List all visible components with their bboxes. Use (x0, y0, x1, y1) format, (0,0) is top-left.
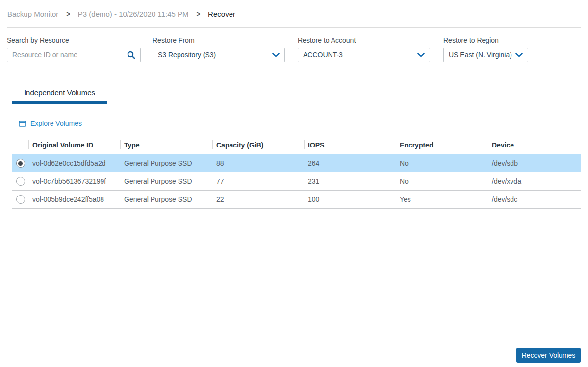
cell-iops: 264 (304, 159, 396, 167)
volumes-table: Original Volume ID Type Capacity (GiB) I… (12, 136, 581, 209)
chevron-down-icon (417, 53, 425, 57)
cell-capacity: 22 (212, 196, 304, 203)
search-icon[interactable] (127, 51, 135, 59)
cell-encrypted: No (396, 177, 488, 185)
recover-page: Backup Monitor > P3 (demo) - 10/26/2020 … (0, 0, 588, 367)
column-header-original-volume-id: Original Volume ID (28, 136, 120, 154)
search-input[interactable] (7, 48, 140, 62)
cell-device: /dev/sdb (488, 159, 581, 167)
restore-to-region-label: Restore to Region (443, 36, 528, 44)
restore-to-account-label: Restore to Account (298, 36, 430, 44)
column-header-encrypted: Encrypted (396, 136, 488, 154)
row-radio-selected[interactable] (16, 159, 25, 168)
breadcrumb-backup-snapshot[interactable]: P3 (demo) - 10/26/2020 11:45 PM (78, 10, 189, 18)
cell-iops: 231 (304, 177, 396, 185)
restore-to-region-dropdown[interactable]: US East (N. Virginia) (443, 48, 528, 62)
restore-from-value: S3 Repository (S3) (153, 51, 232, 59)
tab-independent-volumes[interactable]: Independent Volumes (12, 87, 107, 104)
cell-volume-id: vol-0d62e0cc15dfd5a2d (28, 159, 120, 167)
restore-to-account-dropdown[interactable]: ACCOUNT-3 (298, 48, 430, 62)
recover-volumes-button[interactable]: Recover Volumes (516, 348, 581, 363)
restore-from-filter: Restore From S3 Repository (S3) (153, 36, 285, 62)
footer-divider (11, 335, 581, 335)
explore-volumes-link[interactable]: Explore Volumes (19, 120, 82, 127)
cell-encrypted: Yes (396, 196, 488, 203)
cell-volume-id: vol-0c7bb56136732199f (28, 177, 120, 185)
cell-type: General Purpose SSD (120, 177, 212, 185)
cell-capacity: 88 (212, 159, 304, 167)
restore-to-account-value: ACCOUNT-3 (298, 51, 359, 59)
table-row[interactable]: vol-005b9dce242ff5a08 General Purpose SS… (12, 191, 581, 209)
table-row[interactable]: vol-0d62e0cc15dfd5a2d General Purpose SS… (12, 154, 581, 172)
breadcrumb-separator-icon: > (66, 9, 70, 19)
row-radio[interactable] (16, 195, 25, 204)
breadcrumb-separator-icon: > (197, 9, 201, 19)
restore-to-region-filter: Restore to Region US East (N. Virginia) (443, 36, 528, 62)
search-by-resource-label: Search by Resource (7, 36, 141, 44)
tab-bar: Independent Volumes (12, 87, 107, 104)
cell-capacity: 77 (212, 177, 304, 185)
cell-type: General Purpose SSD (120, 159, 212, 167)
column-header-device: Device (488, 136, 581, 154)
restore-to-account-filter: Restore to Account ACCOUNT-3 (298, 36, 430, 62)
search-by-resource-filter: Search by Resource (7, 36, 141, 62)
explore-window-icon (19, 121, 26, 127)
chevron-down-icon (272, 53, 280, 57)
chevron-down-icon (515, 53, 523, 57)
header-radio-spacer (12, 136, 28, 154)
restore-from-dropdown[interactable]: S3 Repository (S3) (153, 48, 285, 62)
column-header-iops: IOPS (304, 136, 396, 154)
table-header-row: Original Volume ID Type Capacity (GiB) I… (12, 136, 581, 154)
breadcrumb-backup-monitor[interactable]: Backup Monitor (7, 10, 58, 18)
breadcrumb-recover: Recover (208, 10, 235, 18)
column-header-type: Type (120, 136, 212, 154)
table-body: vol-0d62e0cc15dfd5a2d General Purpose SS… (12, 154, 581, 209)
breadcrumb: Backup Monitor > P3 (demo) - 10/26/2020 … (7, 0, 581, 28)
filters-bar: Search by Resource Restore From S3 Repos… (0, 28, 588, 72)
table-row[interactable]: vol-0c7bb56136732199f General Purpose SS… (12, 172, 581, 191)
row-radio[interactable] (16, 177, 25, 186)
cell-type: General Purpose SSD (120, 196, 212, 203)
cell-encrypted: No (396, 159, 488, 167)
column-header-capacity: Capacity (GiB) (212, 136, 304, 154)
explore-volumes-label: Explore Volumes (30, 120, 82, 127)
cell-iops: 100 (304, 196, 396, 203)
cell-device: /dev/sdc (488, 196, 581, 203)
cell-volume-id: vol-005b9dce242ff5a08 (28, 196, 120, 203)
restore-from-label: Restore From (153, 36, 285, 44)
cell-device: /dev/xvda (488, 177, 581, 185)
